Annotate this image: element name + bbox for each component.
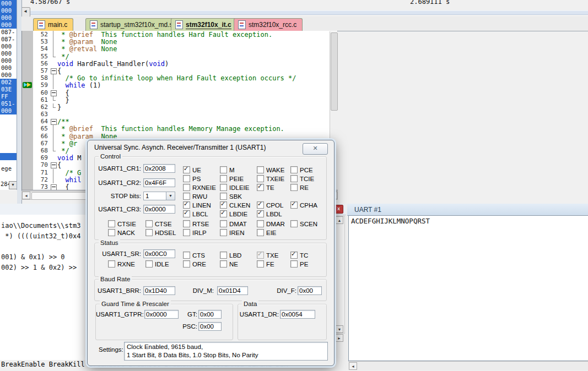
breakpoint-margin[interactable]	[22, 89, 33, 96]
breakpoint-margin[interactable]	[22, 147, 33, 154]
checkbox-box[interactable]	[290, 175, 298, 182]
checkbox-box[interactable]	[257, 260, 264, 268]
checkbox-tcie[interactable]: TCIE	[290, 175, 314, 182]
checkbox-box[interactable]	[183, 229, 190, 236]
checkbox-box[interactable]	[108, 260, 115, 268]
fold-collapse-icon[interactable]	[50, 183, 57, 190]
checkbox-box[interactable]	[220, 252, 227, 259]
checkbox-box[interactable]	[108, 229, 115, 236]
checkbox-cts[interactable]: CTS	[183, 252, 205, 259]
checkbox-box[interactable]	[220, 175, 227, 182]
usart1-dr-field[interactable]	[280, 310, 315, 319]
scrollbar-thumb[interactable]	[331, 32, 338, 111]
checkbox-txe[interactable]: TXE	[257, 252, 278, 259]
checkbox-lbdie[interactable]: LBDIE	[220, 210, 247, 217]
checkbox-box[interactable]	[183, 260, 190, 268]
checkbox-box[interactable]	[220, 184, 227, 191]
checkbox-iren[interactable]: IREN	[220, 229, 244, 236]
breakpoint-margin[interactable]	[22, 133, 33, 140]
checkbox-box[interactable]	[220, 193, 227, 200]
breakpoint-margin[interactable]	[22, 140, 33, 147]
checkbox-box[interactable]	[220, 229, 227, 236]
breakpoint-margin[interactable]	[22, 118, 33, 125]
checkbox-box[interactable]	[145, 220, 153, 227]
scroll-down-arrow[interactable]: ▼	[336, 325, 343, 333]
checkbox-box[interactable]	[183, 220, 190, 227]
checkbox-box[interactable]	[145, 260, 153, 268]
checkbox-box[interactable]	[183, 175, 190, 182]
register-row[interactable]: 002	[0, 79, 17, 86]
checkbox-ue[interactable]: UE	[183, 166, 201, 173]
checkbox-txeie[interactable]: TXEIE	[257, 175, 284, 182]
checkbox-dmat[interactable]: DMAT	[220, 220, 247, 227]
breakpoint-margin[interactable]	[22, 111, 33, 118]
checkbox-linen[interactable]: LINEN	[183, 201, 211, 209]
breakpoint-margin[interactable]	[22, 183, 33, 190]
checkbox-box[interactable]	[257, 220, 264, 227]
checkbox-idle[interactable]: IDLE	[145, 260, 169, 268]
tab-main-c[interactable]: main.c	[33, 18, 73, 31]
breakpoint-margin[interactable]	[22, 45, 33, 52]
register-row[interactable]: 000	[0, 43, 17, 50]
checkbox-nack[interactable]: NACK	[108, 229, 135, 236]
tab-stm32f10x-rcc-c[interactable]: stm32f10x_rcc.c	[234, 18, 303, 31]
checkbox-box[interactable]	[183, 252, 190, 259]
checkbox-fe[interactable]: FE	[257, 260, 274, 268]
checkbox-box[interactable]	[257, 252, 264, 259]
register-row[interactable]: 051-	[0, 100, 17, 107]
checkbox-rxne[interactable]: RXNE	[108, 260, 135, 268]
checkbox-ore[interactable]: ORE	[183, 260, 206, 268]
checkbox-box[interactable]	[108, 220, 115, 227]
checkbox-box[interactable]	[220, 166, 227, 173]
checkbox-box[interactable]	[220, 220, 227, 227]
usart1-dialog[interactable]: Universal Sync. Asynch. Receiver/Transmi…	[87, 140, 335, 366]
fold-collapse-icon[interactable]	[50, 89, 57, 96]
register-row[interactable]: 000	[0, 57, 17, 64]
checkbox-box[interactable]	[183, 184, 190, 191]
checkbox-box[interactable]	[183, 193, 190, 200]
breakpoint-margin[interactable]	[22, 60, 33, 67]
fold-collapse-icon[interactable]	[50, 67, 57, 74]
breakpoint-margin[interactable]	[22, 169, 33, 176]
checkbox-re[interactable]: RE	[290, 184, 309, 191]
register-row[interactable]: 000	[0, 50, 17, 57]
fold-collapse-icon[interactable]	[50, 118, 57, 125]
checkbox-box[interactable]	[290, 220, 298, 227]
breakpoint-margin[interactable]	[22, 81, 33, 89]
checkbox-box[interactable]	[257, 201, 264, 209]
breakpoint-margin[interactable]	[22, 161, 33, 168]
checkbox-box[interactable]	[290, 201, 298, 209]
command-vertical-scrollbar[interactable]: ▲ ▼	[335, 216, 345, 334]
checkbox-ps[interactable]: PS	[183, 175, 201, 182]
checkbox-box[interactable]	[220, 210, 227, 217]
checkbox-sbk[interactable]: SBK	[220, 193, 242, 200]
checkbox-lbd[interactable]: LBD	[220, 252, 241, 259]
checkbox-ctse[interactable]: CTSE	[145, 220, 172, 227]
checkbox-scen[interactable]: SCEN	[290, 220, 317, 227]
checkbox-ne[interactable]: NE	[220, 260, 238, 268]
close-icon[interactable]: ✕	[303, 143, 328, 155]
checkbox-rtse[interactable]: RTSE	[183, 220, 209, 227]
register-row[interactable]: 03E	[0, 86, 17, 93]
tab-stm32f10x-it-c[interactable]: stm32f10x_it.c	[171, 18, 238, 31]
checkbox-tc[interactable]: TC	[290, 252, 308, 259]
register-row[interactable]: 000	[0, 7, 17, 14]
breakpoint-margin[interactable]	[22, 67, 33, 74]
checkbox-peie[interactable]: PEIE	[220, 175, 244, 182]
breakpoint-margin[interactable]	[22, 154, 33, 161]
scroll-right-arrow[interactable]: ►	[335, 334, 343, 342]
gt-field[interactable]	[198, 310, 222, 319]
checkbox-box[interactable]	[290, 252, 298, 259]
uart1-horizontal-scrollbar[interactable]: ◄	[348, 361, 588, 370]
checkbox-box[interactable]	[290, 184, 298, 191]
checkbox-dmar[interactable]: DMAR	[257, 220, 285, 227]
register-row[interactable]: 000	[0, 64, 17, 72]
checkbox-lbcl[interactable]: LBCL	[183, 210, 208, 217]
checkbox-irlp[interactable]: IRLP	[183, 229, 207, 236]
checkbox-eie[interactable]: EIE	[257, 229, 277, 236]
checkbox-ctsie[interactable]: CTSIE	[108, 220, 136, 227]
uart1-terminal[interactable]: ACDEFGHIJKLMNOPQRST	[348, 215, 588, 361]
breakpoint-margin[interactable]	[22, 74, 33, 81]
tab-startup-stm32f10x-md-s[interactable]: startup_stm32f10x_md.s	[85, 18, 179, 31]
register-row[interactable]: 087-	[0, 36, 17, 43]
